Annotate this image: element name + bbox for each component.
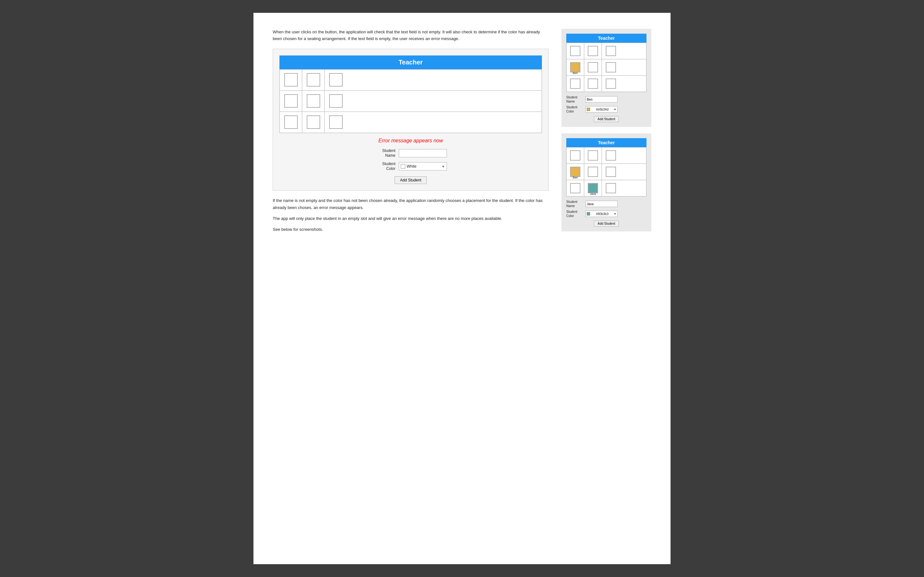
color-select-inner: White <box>401 164 417 169</box>
name-row: Student Name <box>375 148 447 158</box>
right-column: Teacher <box>561 29 651 548</box>
seat-square-1-0 <box>284 94 298 108</box>
panel-color-row-1: Student Color #e6b34d ▼ <box>566 105 646 113</box>
panel2-square-java <box>588 183 598 193</box>
chevron-down-icon: ▼ <box>442 165 445 168</box>
panel-name-label-1: Student Name <box>566 95 584 103</box>
panel2-square-1-1 <box>588 167 598 177</box>
panel-color-value-2: #80b3b3 <box>596 212 609 216</box>
seat-2-1 <box>302 112 325 133</box>
seat-square-2-0 <box>284 115 298 129</box>
grid-row-3 <box>280 112 541 133</box>
panel-row-2-2: Ben <box>567 164 646 180</box>
panel-color-row-2: Student Color #80b3b3 ▼ <box>566 210 646 218</box>
panel-seat-1-1 <box>584 59 602 75</box>
seat-square-2-1 <box>307 115 320 129</box>
panel-name-input-2[interactable] <box>586 201 618 207</box>
panel2-square-0-1 <box>588 150 598 161</box>
seat-0-2 <box>325 69 347 90</box>
panel-teacher-title-1: Teacher <box>566 34 646 43</box>
panel2-square-0-2 <box>606 150 616 161</box>
panel-square-ben <box>570 62 580 73</box>
panel2-square-2-0 <box>570 183 580 193</box>
color-swatch <box>401 164 405 169</box>
panel2-seat-0-0 <box>567 147 584 163</box>
add-student-button[interactable]: Add Student <box>395 176 427 184</box>
description-2: If the name is not empty and the color h… <box>273 197 549 211</box>
panel2-seat-0-1 <box>584 147 602 163</box>
panel-square-2-2 <box>606 79 616 89</box>
seat-1-2 <box>325 91 347 111</box>
seat-square-1-1 <box>307 94 320 108</box>
panel-square-1-1 <box>588 62 598 73</box>
panel2-seat-1-2 <box>602 164 620 180</box>
panel2-square-0-0 <box>570 150 580 161</box>
seat-2-2 <box>325 112 347 133</box>
panel-name-row-1: Student Name <box>566 95 646 103</box>
description-4: See below for screenshots. <box>273 226 549 233</box>
chevron-down-icon-2: ▼ <box>614 213 616 215</box>
seating-grid-main <box>279 69 542 133</box>
panel-ben-label: Ben <box>573 71 578 75</box>
name-input[interactable] <box>399 149 447 157</box>
panel-row-1-3 <box>567 76 646 92</box>
seat-square-2-2 <box>329 115 342 129</box>
seat-0-1 <box>302 69 325 90</box>
panel2-square-2-2 <box>606 183 616 193</box>
panel-seat-0-1 <box>584 43 602 59</box>
panel-name-label-2: Student Name <box>566 200 584 208</box>
panel2-square-1-2 <box>606 167 616 177</box>
panel-name-input-1[interactable] <box>586 96 618 103</box>
description-1: When the user clicks on the button, the … <box>273 29 549 42</box>
seat-2-0 <box>280 112 302 133</box>
seat-square-0-1 <box>307 73 320 87</box>
panel-seat-1-0: Ben <box>567 59 584 75</box>
panel-row-1-2: Ben <box>567 59 646 76</box>
panel2-square-ben <box>570 167 580 177</box>
grid-row-2 <box>280 91 541 112</box>
panel-teacher-title-2: Teacher <box>566 138 646 147</box>
panel-color-label-1: Student Color <box>566 105 584 113</box>
panel-row-1-1 <box>567 43 646 59</box>
panel2-seat-1-1 <box>584 164 602 180</box>
panel-color-select-1[interactable]: #e6b34d ▼ <box>586 106 618 113</box>
color-row: Student Color White ▼ <box>375 161 447 171</box>
panel-square-0-2 <box>606 46 616 56</box>
panel-seat-1-2 <box>602 59 620 75</box>
error-message: Error message appears now <box>279 138 542 143</box>
seat-square-1-2 <box>329 94 342 108</box>
panel-color-swatch-2 <box>587 212 590 215</box>
panel-color-value-1: #e6b34d <box>596 108 609 111</box>
panel2-java-label: Java <box>590 192 596 195</box>
panel-square-2-1 <box>588 79 598 89</box>
panel-grid-1: Ben <box>566 43 646 92</box>
add-student-form: Student Name Student Color White ▼ Add S… <box>279 148 542 184</box>
panel-add-btn-2[interactable]: Add Student <box>594 221 619 227</box>
panel2-seat-2-0 <box>567 180 584 196</box>
teacher-title-main: Teacher <box>279 55 542 69</box>
panel-add-btn-1[interactable]: Add Student <box>594 116 619 122</box>
chevron-down-icon-1: ▼ <box>614 108 616 111</box>
panel-grid-2: Ben Java <box>566 147 646 197</box>
panel-form-1: Student Name Student Color #e6b34d ▼ Add… <box>566 95 646 122</box>
color-select[interactable]: White ▼ <box>399 162 447 171</box>
panel-color-label-2: Student Color <box>566 210 584 218</box>
panel-square-0-1 <box>588 46 598 56</box>
page-container: When the user clicks on the button, the … <box>254 13 670 564</box>
description-3: The app will only place the student in a… <box>273 215 549 222</box>
panel2-ben-label: Ben <box>573 176 578 179</box>
seat-square-0-0 <box>284 73 298 87</box>
panel-row-2-3: Java <box>567 180 646 196</box>
seat-1-0 <box>280 91 302 111</box>
seat-0-0 <box>280 69 302 90</box>
panel-color-select-2[interactable]: #80b3b3 ▼ <box>586 211 618 217</box>
panel-seat-2-1 <box>584 76 602 92</box>
panel2-seat-2-2 <box>602 180 620 196</box>
panel-square-2-0 <box>570 79 580 89</box>
panel-name-row-2: Student Name <box>566 200 646 208</box>
panel-row-2-1 <box>567 147 646 164</box>
left-column: When the user clicks on the button, the … <box>273 29 549 548</box>
panel2-seat-0-2 <box>602 147 620 163</box>
panel-square-0-0 <box>570 46 580 56</box>
seat-1-1 <box>302 91 325 111</box>
